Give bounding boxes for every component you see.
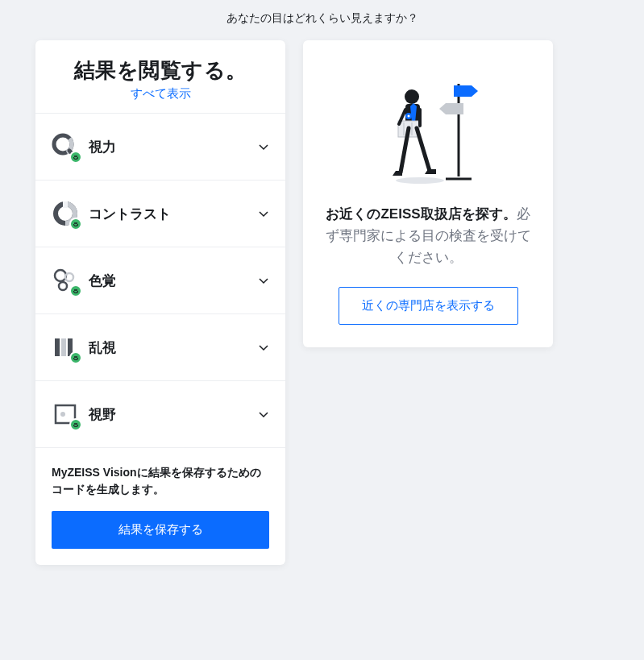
cta-text: お近くのZEISS取扱店を探す。必ず専門家による目の検査を受けてください。 bbox=[322, 203, 534, 269]
accordion-item-contrast[interactable]: コントラスト bbox=[35, 181, 285, 247]
contrast-icon bbox=[52, 200, 79, 227]
chevron-down-icon bbox=[258, 141, 269, 152]
color-icon bbox=[52, 267, 79, 294]
show-all-link[interactable]: すべて表示 bbox=[131, 86, 191, 102]
results-header: 結果を閲覧する。 すべて表示 bbox=[35, 40, 285, 113]
cards-row: 結果を閲覧する。 すべて表示 視力 bbox=[0, 40, 644, 565]
person-signpost-illustration bbox=[364, 60, 492, 189]
chevron-down-icon bbox=[258, 409, 269, 420]
svg-line-24 bbox=[417, 128, 430, 171]
chevron-down-icon bbox=[258, 208, 269, 219]
svg-rect-8 bbox=[55, 338, 60, 356]
accordion-item-color[interactable]: 色覚 bbox=[35, 247, 285, 314]
astigmatism-icon bbox=[52, 334, 79, 361]
svg-rect-9 bbox=[61, 338, 66, 356]
status-badge bbox=[69, 151, 82, 164]
cta-heading: お近くのZEISS取扱店を探す。 bbox=[326, 206, 516, 222]
save-description: MyZEISS Visionに結果を保存するためのコードを生成します。 bbox=[52, 464, 269, 498]
save-results-button[interactable]: 結果を保存する bbox=[52, 511, 269, 549]
cta-card: お近くのZEISS取扱店を探す。必ず専門家による目の検査を受けてください。 近く… bbox=[303, 40, 553, 347]
accordion-item-field[interactable]: 視野 bbox=[35, 381, 285, 448]
accordion-label: 視力 bbox=[89, 138, 258, 156]
find-store-button[interactable]: 近くの専門店を表示する bbox=[339, 287, 518, 325]
svg-point-16 bbox=[405, 89, 419, 104]
status-badge bbox=[69, 351, 82, 364]
results-accordion: 視力 コントラスト bbox=[35, 113, 285, 448]
accordion-label: コントラスト bbox=[89, 205, 258, 223]
svg-point-5 bbox=[55, 270, 66, 281]
accordion-item-astigmatism[interactable]: 乱視 bbox=[35, 314, 285, 381]
svg-point-26 bbox=[408, 115, 410, 118]
field-icon bbox=[52, 401, 79, 428]
svg-point-7 bbox=[59, 282, 67, 290]
results-title: 結果を閲覧する。 bbox=[52, 56, 269, 85]
svg-point-15 bbox=[396, 177, 444, 184]
accordion-label: 乱視 bbox=[89, 338, 258, 357]
svg-rect-4 bbox=[63, 201, 68, 208]
accordion-item-acuity[interactable]: 視力 bbox=[35, 114, 285, 181]
svg-point-12 bbox=[60, 412, 65, 417]
status-badge bbox=[69, 218, 82, 230]
chevron-down-icon bbox=[258, 275, 269, 286]
save-block: MyZEISS Visionに結果を保存するためのコードを生成します。 結果を保… bbox=[35, 448, 285, 565]
chevron-down-icon bbox=[258, 342, 269, 353]
status-badge bbox=[69, 284, 82, 297]
status-badge bbox=[69, 418, 82, 431]
page-title: あなたの目はどれくらい見えますか？ bbox=[0, 0, 644, 40]
accordion-label: 視野 bbox=[89, 405, 258, 424]
acuity-icon bbox=[52, 133, 79, 160]
results-card: 結果を閲覧する。 すべて表示 視力 bbox=[35, 40, 285, 565]
accordion-label: 色覚 bbox=[89, 272, 258, 290]
